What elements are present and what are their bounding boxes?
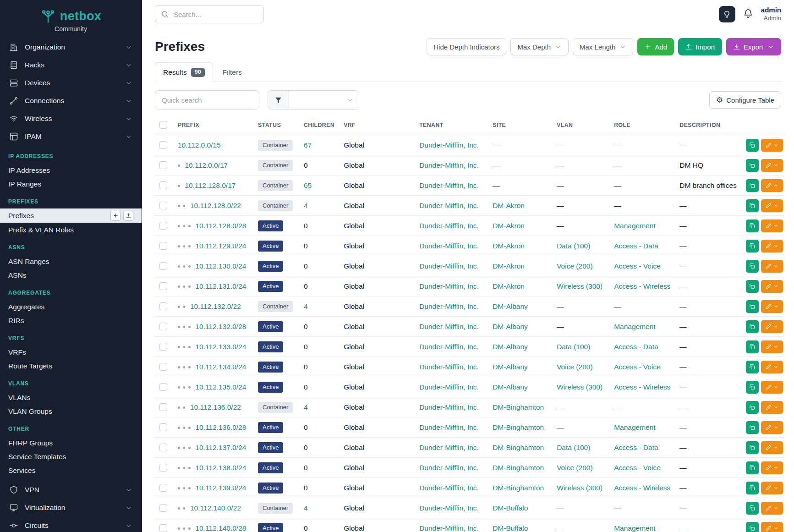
edit-button[interactable] [761,240,783,252]
netbox-logo[interactable]: netbox Community [0,0,142,33]
site-link[interactable]: DM-Binghamton [493,464,544,472]
column-header-tenant[interactable]: TENANT [415,115,488,135]
role-link[interactable]: Management [614,524,655,532]
site-link[interactable]: DM-Akron [493,262,525,270]
role-link[interactable]: Management [614,423,655,431]
export-dropdown[interactable]: Export [726,38,781,55]
role-link[interactable]: Management [614,323,655,330]
row-checkbox[interactable] [159,363,167,371]
clone-button[interactable] [746,340,759,353]
tab-results[interactable]: Results 90 [155,62,213,82]
role-link[interactable]: Access - Data [614,343,658,351]
tenant-link[interactable]: Dunder-Mifflin, Inc. [419,403,479,411]
prefix-link[interactable]: 10.112.136.0/28 [196,423,246,431]
tenant-link[interactable]: Dunder-Mifflin, Inc. [419,323,479,330]
sidebar-item-ip-ranges[interactable]: IP Ranges [0,177,142,191]
sidebar-item-circuits[interactable]: Circuits [0,516,142,532]
row-checkbox[interactable] [159,302,167,310]
max-depth-dropdown[interactable]: Max Depth [510,38,569,55]
sidebar-item-fhrp-groups[interactable]: FHRP Groups [0,436,142,450]
sidebar-item-asn-ranges[interactable]: ASN Ranges [0,254,142,268]
prefix-link[interactable]: 10.112.128.0/17 [185,181,236,189]
prefix-link[interactable]: 10.112.135.0/24 [196,383,246,391]
tenant-link[interactable]: Dunder-Mifflin, Inc. [419,181,479,189]
role-link[interactable]: Access - Wireless [614,282,670,290]
role-link[interactable]: Access - Wireless [614,484,670,492]
children-count-link[interactable]: 4 [304,504,308,512]
sidebar-item-organization[interactable]: Organization [0,38,142,56]
sidebar-item-route-targets[interactable]: Route Targets [0,359,142,373]
max-length-dropdown[interactable]: Max Length [573,38,633,55]
edit-button[interactable] [761,401,783,414]
prefix-link[interactable]: 10.112.128.0/22 [190,202,241,209]
tenant-link[interactable]: Dunder-Mifflin, Inc. [419,141,479,149]
sidebar-item-virtualization[interactable]: Virtualization [0,499,142,516]
vlan-link[interactable]: Voice (200) [557,262,592,270]
prefix-link[interactable]: 10.112.134.0/24 [196,363,246,371]
children-count-link[interactable]: 4 [304,403,308,411]
edit-button[interactable] [761,502,783,515]
search-input[interactable] [155,5,264,23]
vlan-link[interactable]: Voice (200) [557,363,592,371]
sidebar-item-vrfs[interactable]: VRFs [0,345,142,359]
clone-button[interactable] [746,461,759,474]
edit-button[interactable] [761,441,783,454]
clone-button[interactable] [746,381,759,394]
sidebar-item-services[interactable]: Services [0,463,142,477]
clone-button[interactable] [746,280,759,293]
edit-button[interactable] [761,260,783,273]
role-link[interactable]: Management [614,222,655,230]
row-checkbox[interactable] [159,343,167,351]
row-checkbox[interactable] [159,242,167,250]
tenant-link[interactable]: Dunder-Mifflin, Inc. [419,262,479,270]
prefix-link[interactable]: 10.112.136.0/22 [190,403,241,411]
quick-search-input[interactable] [155,90,259,110]
clone-button[interactable] [746,502,759,515]
clone-button[interactable] [746,139,759,152]
vlan-link[interactable]: Wireless (300) [557,282,602,290]
edit-button[interactable] [761,199,783,212]
edit-button[interactable] [761,361,783,373]
site-link[interactable]: DM-Akron [493,222,525,230]
children-count-link[interactable]: 65 [304,181,312,189]
sidebar-item-vlans[interactable]: VLANs [0,390,142,404]
sidebar-item-racks[interactable]: Racks [0,56,142,74]
site-link[interactable]: DM-Albany [493,343,528,351]
tenant-link[interactable]: Dunder-Mifflin, Inc. [419,444,479,451]
edit-button[interactable] [761,421,783,434]
prefix-link[interactable]: 10.112.129.0/24 [196,242,246,250]
tenant-link[interactable]: Dunder-Mifflin, Inc. [419,302,479,310]
configure-table-button[interactable]: ⚙ Configure Table [709,91,781,109]
sidebar-item-wireless[interactable]: Wireless [0,110,142,127]
role-link[interactable]: Access - Data [614,444,658,451]
edit-button[interactable] [761,320,783,333]
row-checkbox[interactable] [159,222,167,230]
quick-add-button[interactable] [110,211,120,221]
sidebar-item-prefixes[interactable]: Prefixes [0,208,142,223]
site-link[interactable]: DM-Binghamton [493,423,544,431]
column-header-prefix[interactable]: PREFIX [173,115,253,135]
clone-button[interactable] [746,300,759,313]
site-link[interactable]: DM-Buffalo [493,504,528,512]
clone-button[interactable] [746,159,759,172]
vlan-link[interactable]: Data (100) [557,444,590,451]
tenant-link[interactable]: Dunder-Mifflin, Inc. [419,222,479,230]
vlan-link[interactable]: Wireless (300) [557,484,602,492]
user-menu[interactable]: admin Admin [761,6,781,22]
sidebar-item-prefix-vlan-roles[interactable]: Prefix & VLAN Roles [0,223,142,236]
tenant-link[interactable]: Dunder-Mifflin, Inc. [419,242,479,250]
row-checkbox[interactable] [159,504,167,512]
children-count-link[interactable]: 67 [304,141,312,149]
tenant-link[interactable]: Dunder-Mifflin, Inc. [419,282,479,290]
clone-button[interactable] [746,240,759,252]
column-header-description[interactable]: DESCRIPTION [675,115,741,135]
row-checkbox[interactable] [159,161,167,169]
sidebar-item-vlan-groups[interactable]: VLAN Groups [0,404,142,418]
column-header-status[interactable]: STATUS [253,115,299,135]
edit-button[interactable] [761,482,783,494]
sidebar-item-connections[interactable]: Connections [0,92,142,110]
notifications-button[interactable] [742,8,754,20]
site-link[interactable]: DM-Albany [493,363,528,371]
prefix-link[interactable]: 10.112.140.0/22 [190,504,241,512]
edit-button[interactable] [761,280,783,293]
